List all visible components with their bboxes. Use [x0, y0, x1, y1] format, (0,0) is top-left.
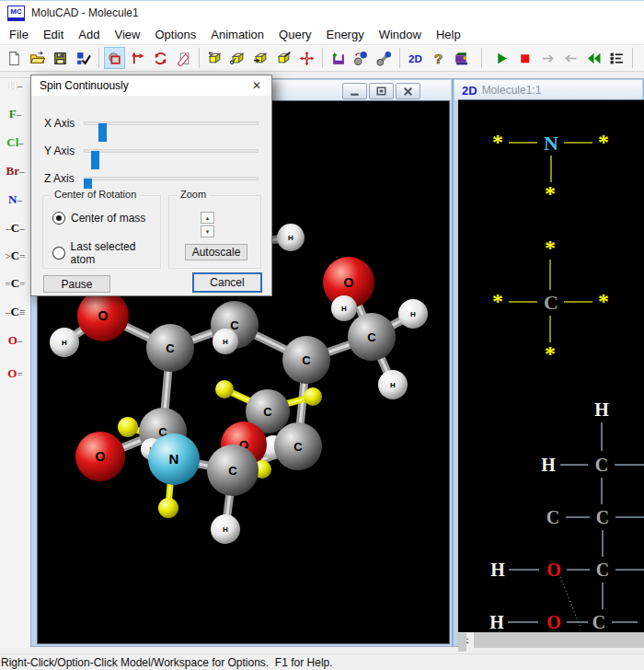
open-valence-star[interactable]: * — [545, 236, 556, 260]
frame-list-button[interactable] — [606, 47, 627, 69]
move-tool-button[interactable] — [296, 47, 317, 69]
slider-track[interactable] — [84, 121, 259, 125]
view-2d-titlebar[interactable]: 2D Molecule1:1 — [454, 80, 642, 100]
atom-marker[interactable] — [118, 417, 138, 437]
window-controls — [342, 83, 420, 99]
element-button-o-10[interactable]: O= — [0, 364, 30, 384]
element-button-n-4[interactable]: N– — [0, 190, 30, 210]
open-valence-star[interactable]: * — [545, 181, 556, 205]
atom-label: C — [228, 464, 237, 478]
zoom-up-button[interactable]: ▲ — [201, 212, 214, 224]
view-2d-button[interactable]: 2D — [405, 47, 426, 69]
menu-item-help[interactable]: Help — [429, 26, 468, 43]
radio-last-selected-atom[interactable]: Last selected atom — [52, 240, 160, 266]
atom-label: H — [62, 339, 67, 347]
play-button[interactable] — [491, 47, 512, 69]
menu-item-add[interactable]: Add — [71, 26, 107, 43]
zoom-down-button[interactable]: ▼ — [201, 225, 214, 237]
titlebar: MC MoluCAD - Molecule1 — [0, 0, 644, 25]
atom-label-2d[interactable]: C — [596, 560, 609, 580]
view-2d-canvas[interactable]: **N****C*HHCCCHOCHOC — [458, 99, 644, 633]
step-back-button[interactable] — [560, 47, 581, 69]
restore-icon[interactable] — [369, 83, 394, 99]
pick-atom-cube-button[interactable] — [227, 47, 248, 69]
cancel-button[interactable]: Cancel — [192, 272, 262, 293]
menu-item-options[interactable]: Options — [147, 26, 203, 43]
dialog-titlebar[interactable]: Spin Continuously ✕ — [31, 75, 271, 96]
element-button-c-5[interactable]: –C– — [0, 218, 30, 238]
atom-label-2d[interactable]: C — [595, 455, 608, 475]
menu-item-view[interactable]: View — [108, 26, 148, 43]
atom-label-2d[interactable]: H — [490, 560, 505, 580]
open-file-button[interactable] — [27, 47, 48, 69]
menu-item-energy[interactable]: Energy — [318, 26, 371, 43]
atom-label-2d[interactable]: C — [592, 612, 605, 632]
atom-marker[interactable] — [158, 498, 178, 518]
menu-item-animation[interactable]: Animation — [203, 26, 271, 43]
menu-item-window[interactable]: Window — [372, 26, 429, 43]
rotate-tool-button[interactable] — [150, 47, 171, 69]
atom-label-2d[interactable]: C — [596, 507, 609, 527]
open-valence-star[interactable]: * — [598, 289, 609, 313]
add-atom-cube-button[interactable] — [204, 47, 225, 69]
element-button-o-9[interactable]: O– — [0, 330, 30, 351]
scrollbar-thumb[interactable] — [458, 633, 466, 652]
atom-label: H — [341, 305, 347, 313]
open-valence-star[interactable]: * — [598, 130, 609, 154]
drag-atom-cube-button[interactable] — [250, 47, 271, 69]
select-mode-button[interactable] — [104, 47, 125, 69]
slider-track[interactable] — [84, 149, 259, 153]
save-file-button[interactable] — [50, 47, 71, 69]
slider-track[interactable] — [84, 177, 259, 180]
menu-item-edit[interactable]: Edit — [36, 26, 71, 43]
sketch-tool-button[interactable] — [173, 47, 194, 69]
toolbar-separator — [322, 48, 323, 68]
element-button-c-7[interactable]: =C= — [0, 273, 30, 294]
element-button-c-8[interactable]: –C≡ — [0, 302, 30, 322]
rewind-button[interactable] — [583, 47, 604, 69]
draw-bond-cube-button[interactable] — [273, 47, 294, 69]
horizontal-scrollbar[interactable]: < — [458, 632, 644, 648]
open-valence-star[interactable]: * — [545, 341, 556, 365]
close-icon[interactable]: ✕ — [249, 78, 264, 93]
render-movie-button[interactable] — [451, 47, 472, 69]
autoscale-button[interactable]: Autoscale — [185, 244, 247, 260]
save-check-button[interactable] — [73, 47, 94, 69]
slider-thumb[interactable] — [98, 123, 107, 142]
atom-label-2d[interactable]: O — [546, 612, 561, 632]
menu-item-query[interactable]: Query — [271, 26, 318, 43]
new-document-button[interactable] — [4, 47, 25, 69]
translate-tool-button[interactable] — [127, 47, 148, 69]
element-button-f-1[interactable]: F– — [0, 104, 30, 124]
menu-item-file[interactable]: File — [2, 26, 36, 43]
step-forward-button[interactable] — [537, 47, 558, 69]
atom-label-2d[interactable]: O — [546, 560, 561, 580]
view-2d-title: Molecule1:1 — [482, 84, 542, 97]
help-button[interactable]: ? — [428, 47, 449, 69]
stop-button[interactable] — [514, 47, 535, 69]
atom-label-2d[interactable]: H — [489, 612, 504, 632]
open-valence-star[interactable]: * — [492, 289, 503, 313]
atom-marker[interactable] — [215, 380, 234, 399]
display-spheres-button[interactable] — [351, 47, 372, 69]
pause-button[interactable]: Pause — [43, 275, 110, 293]
close-icon[interactable] — [396, 83, 420, 99]
open-valence-star[interactable]: * — [492, 130, 503, 154]
view-2d-window: 2D Molecule1:1 **N****C*HHCCCHOCHOC < — [453, 78, 644, 647]
element-button-br-3[interactable]: Br– — [0, 161, 30, 181]
atom-label-2d[interactable]: C — [544, 291, 558, 314]
atom-marker[interactable] — [304, 387, 322, 406]
minimize-icon[interactable] — [342, 83, 367, 99]
atom-label-2d[interactable]: H — [594, 399, 609, 420]
element-button-h-0[interactable]: H– — [0, 75, 30, 96]
minimize-energy-button[interactable] — [328, 47, 349, 69]
atom-label-2d[interactable]: N — [544, 132, 558, 155]
atom-label-2d[interactable]: C — [546, 507, 559, 527]
element-button-c-6[interactable]: >C= — [0, 246, 30, 266]
radio-center-of-mass[interactable]: Center of mass — [52, 212, 145, 225]
element-button-cl-2[interactable]: Cl– — [0, 133, 30, 153]
slider-thumb[interactable] — [91, 151, 99, 169]
atom-label-2d[interactable]: H — [541, 455, 556, 475]
display-bond-button[interactable] — [374, 47, 395, 69]
group-label: Center of Rotation — [51, 189, 140, 200]
